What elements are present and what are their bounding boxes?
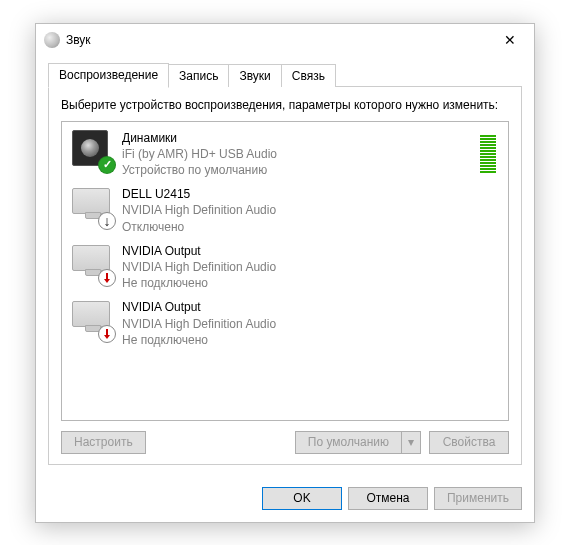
unplugged-icon [98, 325, 116, 343]
device-name: NVIDIA Output [122, 243, 498, 259]
device-status: Не подключено [122, 332, 498, 348]
window-title: Звук [66, 33, 488, 47]
device-row[interactable]: NVIDIA OutputNVIDIA High Definition Audi… [64, 295, 506, 352]
device-status: Устройство по умолчанию [122, 162, 480, 178]
tab-1[interactable]: Запись [168, 64, 229, 87]
set-default-split-button: По умолчанию ▾ [295, 431, 421, 454]
device-buttons-row: Настроить По умолчанию ▾ Свойства [61, 431, 509, 454]
device-name: DELL U2415 [122, 186, 498, 202]
device-text: DELL U2415NVIDIA High Definition AudioОт… [122, 186, 498, 235]
cancel-button[interactable]: Отмена [348, 487, 428, 510]
set-default-button[interactable]: По умолчанию [295, 431, 401, 454]
ok-button[interactable]: OK [262, 487, 342, 510]
configure-button[interactable]: Настроить [61, 431, 146, 454]
titlebar: Звук ✕ [36, 24, 534, 56]
device-row[interactable]: ✓ДинамикиiFi (by AMR) HD+ USB AudioУстро… [64, 126, 506, 183]
device-name: NVIDIA Output [122, 299, 498, 315]
speaker-icon: ✓ [72, 130, 112, 170]
check-icon: ✓ [98, 156, 116, 174]
device-list[interactable]: ✓ДинамикиiFi (by AMR) HD+ USB AudioУстро… [61, 121, 509, 421]
device-driver: iFi (by AMR) HD+ USB Audio [122, 146, 480, 162]
chevron-down-icon: ▾ [408, 435, 414, 449]
tab-panel-playback: Выберите устройство воспроизведения, пар… [48, 86, 522, 465]
monitor-icon [72, 299, 112, 339]
monitor-icon: ↓ [72, 186, 112, 226]
unplugged-icon [98, 269, 116, 287]
arrow-down-icon: ↓ [98, 212, 116, 230]
sound-dialog: Звук ✕ ВоспроизведениеЗаписьЗвукиСвязь В… [35, 23, 535, 523]
instruction-text: Выберите устройство воспроизведения, пар… [61, 97, 509, 113]
device-driver: NVIDIA High Definition Audio [122, 316, 498, 332]
monitor-icon [72, 243, 112, 283]
device-name: Динамики [122, 130, 480, 146]
close-button[interactable]: ✕ [488, 25, 532, 55]
device-driver: NVIDIA High Definition Audio [122, 259, 498, 275]
content-area: ВоспроизведениеЗаписьЗвукиСвязь Выберите… [36, 56, 534, 477]
dialog-footer: OK Отмена Применить [36, 477, 534, 522]
device-driver: NVIDIA High Definition Audio [122, 202, 498, 218]
level-meter-icon [480, 135, 498, 173]
device-text: ДинамикиiFi (by AMR) HD+ USB AudioУстрой… [122, 130, 480, 179]
apply-button[interactable]: Применить [434, 487, 522, 510]
device-status: Не подключено [122, 275, 498, 291]
set-default-dropdown-button[interactable]: ▾ [401, 431, 421, 454]
device-status: Отключено [122, 219, 498, 235]
close-icon: ✕ [504, 32, 516, 48]
device-row[interactable]: ↓DELL U2415NVIDIA High Definition AudioО… [64, 182, 506, 239]
app-icon [44, 32, 60, 48]
device-text: NVIDIA OutputNVIDIA High Definition Audi… [122, 243, 498, 292]
tab-0[interactable]: Воспроизведение [48, 63, 169, 88]
tab-strip: ВоспроизведениеЗаписьЗвукиСвязь [48, 62, 522, 87]
tab-3[interactable]: Связь [281, 64, 336, 87]
device-row[interactable]: NVIDIA OutputNVIDIA High Definition Audi… [64, 239, 506, 296]
tab-2[interactable]: Звуки [228, 64, 281, 87]
device-text: NVIDIA OutputNVIDIA High Definition Audi… [122, 299, 498, 348]
properties-button[interactable]: Свойства [429, 431, 509, 454]
